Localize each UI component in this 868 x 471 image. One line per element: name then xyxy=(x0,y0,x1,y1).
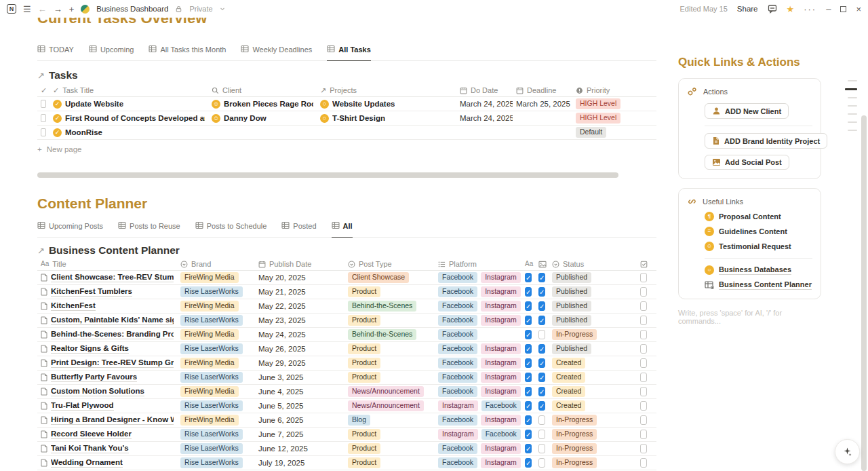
status-badge[interactable]: Created xyxy=(552,400,585,411)
brand-badge[interactable]: Rise LaserWorks xyxy=(180,315,243,326)
page-title-breadcrumb[interactable]: Business Dashboard xyxy=(96,5,168,13)
platform-badge[interactable]: Facebook xyxy=(438,329,477,340)
tasks-db-title[interactable]: Tasks xyxy=(49,69,78,81)
platform-badge[interactable]: Facebook xyxy=(438,343,477,354)
task-row[interactable]: ✓Update Website☺Broken Pieces Rage Room○… xyxy=(37,97,656,111)
project-cell[interactable] xyxy=(317,126,456,139)
post-type-badge[interactable]: News/Announcement xyxy=(348,386,424,397)
post-title-cell[interactable]: Tru-Flat Plywood xyxy=(37,399,177,413)
do-date-cell[interactable]: March 24, 2025 xyxy=(456,111,513,125)
publish-date-cell[interactable]: May 29, 2025 xyxy=(255,356,344,370)
brand-badge[interactable]: Rise LaserWorks xyxy=(180,457,243,468)
brand-cell[interactable]: Rise LaserWorks xyxy=(177,456,255,470)
brand-badge[interactable]: Rise LaserWorks xyxy=(180,400,243,411)
view-tab[interactable]: All Tasks xyxy=(327,43,371,61)
post-title[interactable]: Custom, Paintable Kids' Name signs xyxy=(51,316,174,325)
platform-cell[interactable]: FacebookInstagramLink xyxy=(435,385,521,398)
image-checkbox[interactable]: ✓ xyxy=(538,273,545,282)
status-cell[interactable]: Published xyxy=(549,285,637,299)
publish-date-cell[interactable]: May 20, 2025 xyxy=(255,271,344,284)
brand-cell[interactable]: Rise LaserWorks xyxy=(177,314,255,327)
deadline-cell[interactable] xyxy=(513,126,572,139)
do-date-cell[interactable]: March 24, 2025 xyxy=(456,97,513,111)
brand-cell[interactable]: Rise LaserWorks xyxy=(177,399,255,413)
outline-dash[interactable] xyxy=(848,80,857,81)
publish-date-cell[interactable]: May 24, 2025 xyxy=(255,328,344,341)
platform-badge[interactable]: Instagram xyxy=(481,272,521,283)
featured-checkbox[interactable] xyxy=(640,415,647,425)
column-header[interactable]: Status xyxy=(549,258,637,270)
row-checkbox[interactable] xyxy=(41,128,46,136)
featured-checkbox[interactable] xyxy=(640,373,647,382)
image-checkbox[interactable] xyxy=(538,415,545,425)
favorite-star-icon[interactable]: ★ xyxy=(787,4,795,14)
status-badge[interactable]: Published xyxy=(552,315,591,326)
priority-badge[interactable]: HIGH Level xyxy=(576,113,620,124)
brand-cell[interactable]: FireWing Media xyxy=(177,413,255,427)
post-type-badge[interactable]: Product xyxy=(348,358,380,369)
featured-checkbox[interactable] xyxy=(640,330,647,339)
status-badge[interactable]: Published xyxy=(552,286,591,297)
platform-cell[interactable]: FacebookInstagram xyxy=(435,271,521,284)
caption-checkbox[interactable]: ✓ xyxy=(525,458,532,468)
action-button-add-brand-identity-project[interactable]: ADD Brand Identity Project xyxy=(705,133,827,149)
brand-cell[interactable]: FireWing Media xyxy=(177,356,255,370)
status-cell[interactable]: Created xyxy=(549,399,637,413)
featured-checkbox[interactable] xyxy=(640,301,647,311)
post-title[interactable]: Record Sleeve Holder xyxy=(51,430,132,439)
priority-badge[interactable]: Default xyxy=(576,127,606,138)
status-cell[interactable]: Published xyxy=(549,314,637,327)
content-row[interactable]: KitchenFestFireWing MediaMay 22, 2025Beh… xyxy=(37,299,656,314)
client-name[interactable]: Danny Dow xyxy=(224,114,267,122)
deadline-cell[interactable] xyxy=(513,111,572,125)
sidebar-toggle-icon[interactable]: ☰ xyxy=(23,5,31,14)
platform-cell[interactable]: InstagramFacebook xyxy=(435,428,521,441)
status-cell[interactable]: In-Progress xyxy=(549,328,637,341)
platform-badge[interactable]: Facebook xyxy=(481,429,521,440)
column-header[interactable] xyxy=(535,258,549,270)
post-type-badge[interactable]: News/Announcement xyxy=(348,400,424,411)
column-header[interactable]: Platform xyxy=(435,258,521,270)
platform-badge[interactable]: Instagram xyxy=(481,415,521,426)
platform-badge[interactable]: Facebook xyxy=(438,301,477,312)
post-type-cell[interactable]: Behind-the-Scenes xyxy=(344,299,435,313)
publish-date-cell[interactable]: May 21, 2025 xyxy=(255,285,344,299)
column-header[interactable]: Deadline xyxy=(513,84,572,96)
post-title-cell[interactable]: Custom Notion Solutions xyxy=(37,385,177,398)
post-title[interactable]: Custom Notion Solutions xyxy=(51,387,144,396)
post-type-cell[interactable]: Product xyxy=(344,456,435,470)
caption-checkbox[interactable]: ✓ xyxy=(525,287,532,297)
useful-link-testimonial-request[interactable]: ☺Testimonial Request xyxy=(705,242,812,251)
client-cell[interactable] xyxy=(208,126,317,139)
column-header[interactable]: Priority xyxy=(572,84,650,96)
view-tab[interactable]: All xyxy=(332,220,353,238)
post-title-cell[interactable]: Realtor Signs & Gifts xyxy=(37,342,177,356)
content-row[interactable]: Tani Koi Thank You'sRise LaserWorksJune … xyxy=(37,442,656,456)
brand-cell[interactable]: Rise LaserWorks xyxy=(177,442,255,455)
vertical-scrollbar[interactable] xyxy=(861,115,867,471)
brand-badge[interactable]: Rise LaserWorks xyxy=(180,429,243,440)
horizontal-scrollbar-thumb[interactable] xyxy=(37,172,618,178)
featured-checkbox[interactable] xyxy=(640,358,647,368)
project-cell[interactable]: ○Website Updates xyxy=(317,97,456,111)
status-badge[interactable]: In-Progress xyxy=(552,329,597,340)
column-header[interactable]: AaTitle xyxy=(37,258,177,270)
brand-cell[interactable]: FireWing Media xyxy=(177,299,255,313)
outline-dash[interactable] xyxy=(848,113,857,115)
column-header[interactable]: Do Date xyxy=(456,84,513,96)
post-title[interactable]: Client Showcase: Tree-REV Stump Grinding xyxy=(51,273,174,282)
outline-dash[interactable] xyxy=(848,97,857,98)
image-checkbox[interactable]: ✓ xyxy=(538,401,545,411)
brand-badge[interactable]: FireWing Media xyxy=(180,386,239,397)
content-row[interactable]: Custom Notion SolutionsFireWing MediaJun… xyxy=(37,385,656,399)
post-title[interactable]: KitchenFest Tumblers xyxy=(51,287,132,297)
caption-checkbox[interactable]: ✓ xyxy=(525,358,532,368)
client-cell[interactable]: ☺Broken Pieces Rage Room xyxy=(208,97,317,111)
image-checkbox[interactable] xyxy=(538,430,545,439)
status-cell[interactable]: Published xyxy=(549,342,637,356)
brand-cell[interactable]: Rise LaserWorks xyxy=(177,371,255,384)
post-type-badge[interactable]: Blog xyxy=(348,415,370,426)
platform-badge[interactable]: Instagram xyxy=(481,301,521,312)
editor-placeholder[interactable]: Write, press 'space' for AI, '/' for com… xyxy=(678,309,821,325)
image-checkbox[interactable]: ✓ xyxy=(538,387,545,396)
